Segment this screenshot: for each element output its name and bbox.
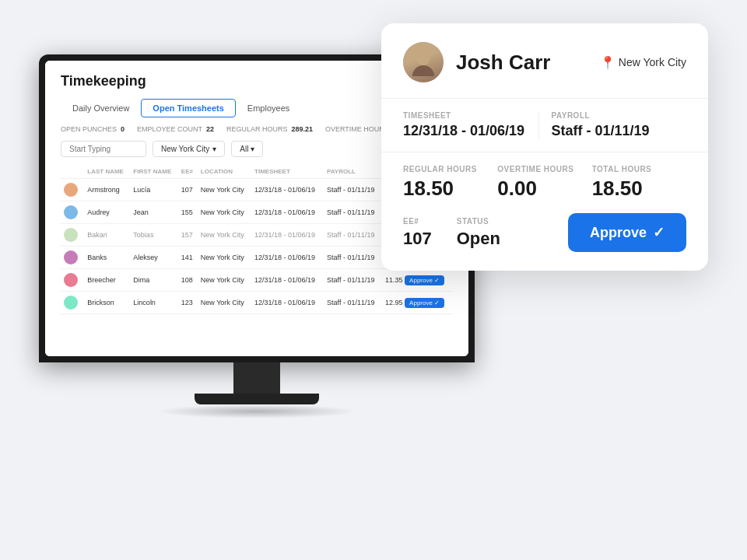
col-timesheet: TIMESHEET [251,165,324,179]
row-first-name: Jean [130,201,177,224]
row-first-name: Lincoln [130,292,177,314]
card-payroll-col: PAYROLL Staff - 01/11/19 [538,111,687,139]
location-filter[interactable]: New York City ▾ [153,141,225,157]
row-timesheet: 12/31/18 - 01/06/19 [251,179,324,201]
row-payroll: Staff - 01/11/19 [324,292,382,314]
row-first-name: Lucía [130,179,177,201]
avatar-icon [64,228,78,242]
row-timesheet: 12/31/18 - 01/06/19 [251,247,324,269]
all-filter[interactable]: All ▾ [231,141,263,157]
card-header: Josh Carr 📍 New York City [403,42,686,82]
avatar-icon [64,205,78,219]
row-location: New York City [198,201,251,224]
row-approve-button[interactable]: Approve ✓ [405,298,444,308]
card-hours-row: REGULAR HOURS 18.50 OVERTIME HOURS 0.00 … [403,165,686,201]
ee-col: EE# 107 [403,217,432,249]
row-timesheet: 12/31/18 - 01/06/19 [251,269,324,292]
col-first-name: FIRST NAME [130,165,177,179]
tab-employees[interactable]: Employees [236,99,301,117]
row-last-name: Bakari [84,224,130,247]
row-timesheet: 12/31/18 - 01/06/19 [251,201,324,224]
row-approve-button[interactable]: Approve ✓ [405,275,444,285]
row-last-name: Audrey [84,201,130,224]
row-last-name: Banks [84,247,130,269]
row-location: New York City [198,247,251,269]
row-avatar [61,224,84,247]
total-hours-value: 18.50 [592,177,686,201]
table-row[interactable]: Breecher Dima 108 New York City 12/31/18… [61,269,453,292]
payroll-label: PAYROLL [552,111,675,120]
timesheet-value: 12/31/18 - 01/06/19 [403,123,526,139]
row-location: New York City [198,224,251,247]
status-value: Open [457,229,500,249]
status-label: STATUS [457,217,500,226]
card-meta-row: TIMESHEET 12/31/18 - 01/06/19 PAYROLL St… [403,111,686,139]
detail-card: Josh Carr 📍 New York City TIMESHEET 12/3… [381,23,708,271]
chevron-down-icon: ▾ [212,145,216,153]
row-ee: 157 [178,224,198,247]
row-location: New York City [198,179,251,201]
avatar-icon [64,296,78,310]
check-icon: ✓ [653,224,665,241]
stat-open-punches: OPEN PUNCHES 0 [61,125,124,133]
scene: Timekeeping Daily Overview Open Timeshee… [39,23,708,537]
regular-hours-col: REGULAR HOURS 18.50 [403,165,497,201]
stat-regular-hours: REGULAR HOURS 289.21 [226,125,313,133]
tab-daily-overview[interactable]: Daily Overview [61,99,141,117]
overtime-hours-label: OVERTIME HOURS [497,165,591,173]
row-avatar [61,179,84,201]
timesheet-label: TIMESHEET [403,111,526,120]
row-regular: 11.35 Approve ✓ [382,269,453,292]
row-payroll: Staff - 01/11/19 [324,179,382,201]
card-bottom-row: EE# 107 STATUS Open Approve ✓ [403,213,686,252]
row-last-name: Armstrong [84,179,130,201]
col-payroll: PAYROLL [324,165,382,179]
row-timesheet: 12/31/18 - 01/06/19 [251,292,324,314]
row-ee: 141 [178,247,198,269]
card-name: Josh Carr [456,51,550,75]
col-ee: EE# [178,165,198,179]
total-hours-col: TOTAL HOURS 18.50 [592,165,686,201]
row-first-name: Aleksey [130,247,177,269]
location-pin-icon: 📍 [600,55,615,70]
avatar-icon [64,250,78,264]
row-avatar [61,269,84,292]
payroll-value: Staff - 01/11/19 [552,123,675,139]
monitor-shadow [156,404,358,418]
row-regular: 12.95 Approve ✓ [382,292,453,314]
row-payroll: Staff - 01/11/19 [324,269,382,292]
card-location: 📍 New York City [600,55,686,70]
ee-label: EE# [403,217,432,226]
avatar-face [403,42,444,82]
approve-button[interactable]: Approve ✓ [568,213,686,252]
row-ee: 155 [178,201,198,224]
row-ee: 123 [178,292,198,314]
row-last-name: Breecher [84,269,130,292]
monitor-stand-base [195,394,319,404]
tab-open-timesheets[interactable]: Open Timesheets [141,99,236,117]
stat-employee-count: EMPLOYEE COUNT 22 [137,125,214,133]
row-timesheet: 12/31/18 - 01/06/19 [251,224,324,247]
monitor-stand-neck [233,362,280,394]
status-col: STATUS Open [457,217,500,249]
row-avatar [61,247,84,269]
col-location: LOCATION [198,165,251,179]
row-ee: 107 [178,179,198,201]
avatar-icon [64,183,78,197]
overtime-hours-col: OVERTIME HOURS 0.00 [497,165,591,201]
row-location: New York City [198,292,251,314]
row-ee: 108 [178,269,198,292]
row-avatar [61,201,84,224]
search-input[interactable] [61,141,146,157]
overtime-hours-value: 0.00 [497,177,591,201]
total-hours-label: TOTAL HOURS [592,165,686,173]
row-last-name: Brickson [84,292,130,314]
row-avatar [61,292,84,314]
row-first-name: Tobias [130,224,177,247]
col-last-name: LAST NAME [84,165,130,179]
table-row[interactable]: Brickson Lincoln 123 New York City 12/31… [61,292,453,314]
row-payroll: Staff - 01/11/19 [324,247,382,269]
divider-2 [381,152,708,152]
ee-value: 107 [403,229,432,249]
avatar-icon [64,273,78,287]
